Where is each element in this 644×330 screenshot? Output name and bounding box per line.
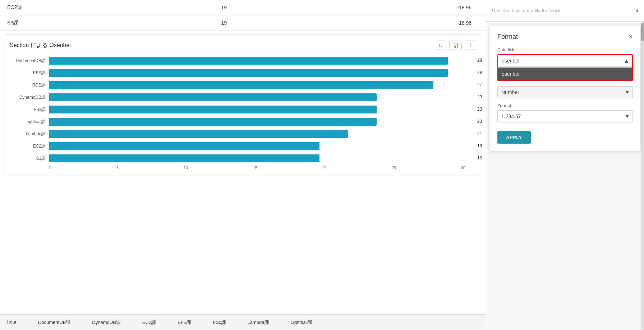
bar-value: 23 [477, 119, 485, 124]
table-row: EC2課 19 -18.96 [0, 0, 486, 15]
format-select[interactable]: 1,234.57 [497, 110, 633, 122]
table-cell-col3: -18.96 [281, 15, 486, 31]
bar-track: 23 [49, 118, 476, 126]
type-wrapper: Number ▼ [497, 86, 633, 98]
bar-value: 28 [477, 58, 485, 63]
bar-fill [49, 93, 377, 101]
type-field-group: Number ▼ [497, 86, 633, 98]
bar-track: 23 [49, 106, 476, 113]
more-options-button[interactable]: ⋮ [465, 41, 476, 50]
bar-fill [49, 118, 377, 126]
bar-row: RDS課 27 [10, 80, 476, 90]
apply-button[interactable]: APPLY [497, 131, 531, 144]
bar-fill [49, 142, 319, 150]
bar-fill [49, 130, 348, 138]
bar-row: S3課 19 [10, 153, 476, 163]
bar-label: DocumentDB課 [10, 58, 49, 64]
format-dropdown-wrapper: 1,234.57 ▼ [497, 110, 633, 122]
table-cell-col2: 19 [167, 15, 281, 31]
x-tick: 5 [116, 166, 119, 170]
bar-chart-button[interactable]: 📊 [449, 41, 462, 50]
bottom-col: Lightsail課 [291, 319, 313, 326]
bar-row: FSx課 23 [10, 104, 476, 115]
format-panel: Format × Data field osenbei ▲ osenbei [490, 25, 640, 151]
bar-row: EC2課 19 [10, 141, 476, 151]
bottom-col: DocumentDB課 [38, 319, 70, 326]
table-cell-label: EC2課 [0, 0, 167, 15]
bar-label: EFS課 [10, 70, 49, 76]
describe-placeholder: Describe how to modify the block [492, 8, 561, 13]
type-dropdown[interactable]: Number [497, 86, 633, 98]
bar-row: Lightsail課 23 [10, 117, 476, 127]
format-label: Format [497, 103, 633, 108]
bar-chart: DocumentDB課 28 EFS課 28 RDS課 27 DynamoDB課… [10, 56, 476, 163]
scrollbar-thumb[interactable] [641, 23, 644, 41]
chart-title: Section による Osenbei [10, 42, 71, 49]
table-cell-col2: 19 [167, 0, 281, 15]
dropdown-option-osenbei[interactable]: osenbei [498, 68, 632, 80]
bar-value: 27 [477, 82, 485, 87]
close-button[interactable]: × [629, 33, 633, 41]
bar-row: DynamoDB課 23 [10, 92, 476, 102]
x-tick: 25 [392, 166, 396, 170]
bar-track: 19 [49, 154, 476, 162]
chart-x-axis: 051015202530 [49, 166, 476, 170]
bar-value: 19 [477, 155, 485, 161]
right-panel: Describe how to modify the block 4 Forma… [486, 0, 644, 330]
table-cell-col3: -18.96 [281, 0, 486, 15]
x-tick: 0 [49, 166, 51, 170]
format-field-group: Format 1,234.57 ▼ [497, 103, 633, 122]
bottom-col: EFS課 [178, 319, 191, 326]
data-table: EC2課 19 -18.96 S3課 19 -18.96 [0, 0, 486, 31]
bar-value: 23 [477, 94, 485, 99]
main-container: EC2課 19 -18.96 S3課 19 -18.96 Section による… [0, 0, 644, 330]
bar-fill [49, 106, 377, 113]
bar-row: EFS課 28 [10, 68, 476, 78]
x-tick: 20 [322, 166, 327, 170]
format-header: Format × [497, 33, 633, 41]
bar-value: 23 [477, 107, 485, 112]
bar-row: Lambda課 21 [10, 129, 476, 139]
bar-track: 21 [49, 130, 476, 138]
describe-area: Describe how to modify the block 4 [486, 0, 644, 22]
bar-label: Lightsail課 [10, 119, 49, 125]
bottom-col: DynamoDB課 [92, 319, 120, 326]
x-tick: 30 [461, 166, 465, 170]
sort-button[interactable]: ↑↓ [435, 41, 446, 50]
bar-value: 21 [477, 131, 485, 136]
bar-fill [49, 81, 433, 89]
bar-value: 28 [477, 70, 485, 75]
bar-value: 19 [477, 143, 485, 148]
bar-track: 27 [49, 81, 476, 89]
bar-row: DocumentDB課 28 [10, 56, 476, 66]
bar-track: 19 [49, 142, 476, 150]
bar-fill [49, 154, 319, 162]
data-field-wrapper: osenbei ▲ osenbei [497, 54, 633, 81]
bar-label: EC2課 [10, 143, 49, 149]
bar-label: Lambda課 [10, 131, 49, 137]
left-panel: EC2課 19 -18.96 S3課 19 -18.96 Section による… [0, 0, 486, 330]
bar-label: FSx課 [10, 107, 49, 113]
bottom-col: hour [7, 319, 17, 326]
table-cell-label: S3課 [0, 15, 167, 31]
chart-header: Section による Osenbei ↑↓ 📊 ⋮ [10, 41, 476, 50]
x-tick: 10 [184, 166, 188, 170]
bar-label: DynamoDB課 [10, 94, 49, 101]
chart-controls: ↑↓ 📊 ⋮ [435, 41, 476, 50]
bar-fill [49, 69, 448, 77]
bottom-col: EC2課 [142, 319, 156, 326]
describe-number: 4 [636, 8, 638, 13]
bar-track: 23 [49, 93, 476, 101]
chart-section: Section による Osenbei ↑↓ 📊 ⋮ DocumentDB課 2… [4, 34, 482, 176]
table-row: S3課 19 -18.96 [0, 15, 486, 31]
data-field-label: Data field [497, 47, 633, 52]
bar-track: 28 [49, 57, 476, 65]
bottom-table-row: hourDocumentDB課DynamoDB課EC2課EFS課FSx課Lamb… [0, 314, 486, 330]
scrollbar-area [641, 22, 644, 330]
bar-label: RDS課 [10, 82, 49, 88]
bar-label: S3課 [10, 155, 49, 162]
bottom-col: FSx課 [213, 319, 226, 326]
bottom-col: Lambda課 [248, 319, 269, 326]
bar-fill [49, 57, 448, 65]
data-field-value[interactable]: osenbei [498, 55, 632, 67]
